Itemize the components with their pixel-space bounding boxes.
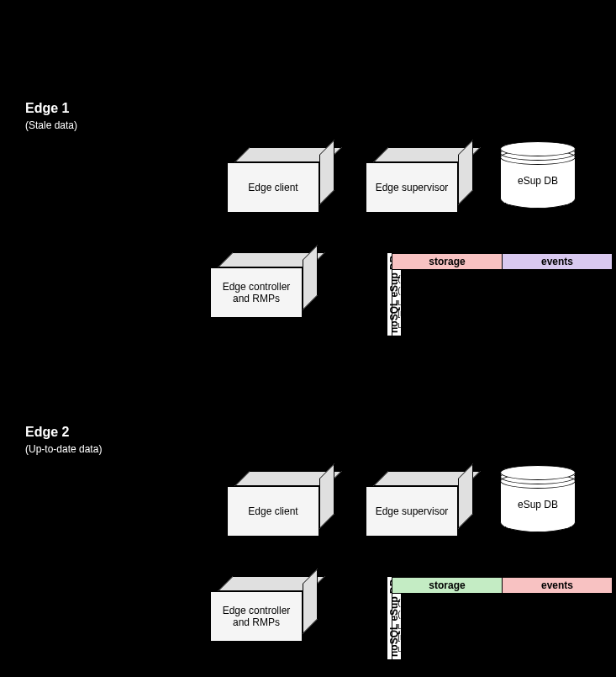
edge2-supervisor-label: Edge supervisor	[376, 505, 449, 517]
diagram-root: Edge 1 (Stale data) Edge client Edge sup…	[0, 0, 616, 677]
edge2-db-icon: eSup DB	[500, 465, 576, 532]
edge2-storage-header: storage	[392, 578, 503, 594]
edge2-db-label: eSup DB	[500, 499, 576, 510]
edge1-supervisor-label: Edge supervisor	[376, 182, 449, 193]
edge2-storage-cell: (rm) [uuid-2]: { ... } (rm) [uuid-1]: {n…	[392, 594, 503, 678]
edge2-events-cell: [uuid-6]: {action: action-1b} [uuid-5]: …	[503, 594, 613, 678]
edge1-client-label: Edge client	[248, 182, 297, 193]
edge1-collections-table: storage events (rm) [uuid-2]: { ... } (r…	[392, 253, 613, 347]
edge1-storage-cell: (rm) [uuid-2]: { ... } (rm) [uuid-1]: {n…	[392, 270, 503, 347]
edge1-db-icon: eSup DB	[500, 141, 576, 209]
edge1-title: Edge 1	[25, 101, 69, 116]
edge1-events-header: events	[503, 254, 613, 270]
edge1-controller-label: Edge controller and RMPs	[223, 281, 291, 304]
edge2-subtitle: (Up-to-date data)	[25, 443, 102, 455]
edge1-events-cell: [uuid-5]: {action: action-3a} [uuid-4]: …	[503, 270, 613, 347]
edge1-db-label: eSup DB	[500, 175, 576, 187]
edge2-events-header: events	[503, 578, 613, 594]
edge2-collections-table: storage events (rm) [uuid-2]: { ... } (r…	[392, 577, 613, 677]
edge1-storage-header: storage	[392, 254, 503, 270]
edge1-subtitle: (Stale data)	[25, 119, 77, 131]
edge2-title: Edge 2	[25, 425, 69, 440]
edge2-client-label: Edge client	[248, 505, 297, 517]
edge2-controller-label: Edge controller and RMPs	[223, 605, 291, 628]
